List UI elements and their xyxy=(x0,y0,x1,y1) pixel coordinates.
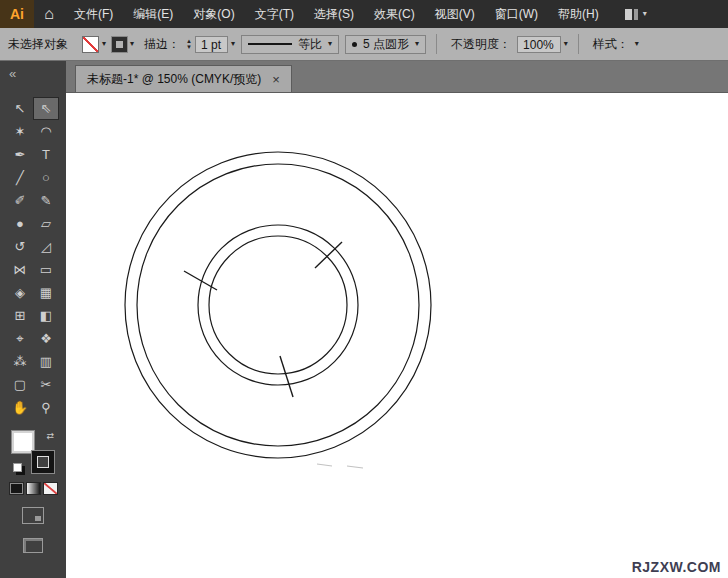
control-bar: 未选择对象 ▾ ▾ 描边： ▲ ▼ 1 pt ▾ 等比 ▾ 5 点圆形 ▾ xyxy=(0,28,728,61)
document-tab[interactable]: 未标题-1* @ 150% (CMYK/预览) × xyxy=(75,65,292,92)
eyedropper-tool[interactable]: ⌖ xyxy=(7,327,33,350)
perspective-grid-tool[interactable]: ▦ xyxy=(33,281,59,304)
screen-mode-button[interactable] xyxy=(23,538,43,553)
chevron-down-icon: ▾ xyxy=(643,10,647,18)
opacity-field[interactable]: 100% xyxy=(517,36,561,53)
stroke-label: 描边： xyxy=(144,36,180,53)
chevron-down-icon: ▾ xyxy=(328,40,332,48)
slice-tool[interactable]: ✂ xyxy=(33,373,59,396)
stroke-width-stepper[interactable]: ▲ ▼ xyxy=(186,39,192,50)
chevron-down-icon: ▾ xyxy=(564,40,568,48)
menu-type[interactable]: 文字(T) xyxy=(245,0,304,28)
artwork-svg xyxy=(66,93,728,578)
swap-colors-icon[interactable]: ⇄ xyxy=(46,432,54,441)
menu-view[interactable]: 视图(V) xyxy=(425,0,485,28)
collapse-panel-button[interactable]: « xyxy=(0,61,66,93)
artwork-faint-mark[interactable] xyxy=(347,466,363,468)
paintbrush-tool[interactable]: ✐ xyxy=(7,189,33,212)
brush-preview-icon xyxy=(352,42,357,47)
menu-help[interactable]: 帮助(H) xyxy=(548,0,609,28)
artwork-faint-mark[interactable] xyxy=(317,464,332,466)
artboard-tool[interactable]: ▢ xyxy=(7,373,33,396)
artwork-tick-mark[interactable] xyxy=(315,242,342,268)
line-segment-tool[interactable]: ╱ xyxy=(7,166,33,189)
scale-tool[interactable]: ◿ xyxy=(33,235,59,258)
workspace-icon xyxy=(625,9,638,20)
fill-none-swatch[interactable] xyxy=(82,36,99,53)
chevron-down-icon: ▾ xyxy=(635,40,639,48)
symbol-sprayer-tool[interactable]: ⁂ xyxy=(7,350,33,373)
ellipse-tool[interactable]: ○ xyxy=(33,166,59,189)
lasso-tool[interactable]: ◠ xyxy=(33,120,59,143)
menu-effect[interactable]: 效果(C) xyxy=(364,0,425,28)
stepper-up-icon[interactable]: ▲ xyxy=(186,39,192,44)
close-tab-icon[interactable]: × xyxy=(272,73,280,86)
fill-swatch[interactable] xyxy=(12,431,34,453)
fill-stroke-widget: ⇄ xyxy=(12,431,54,473)
illustrator-window: Ai ⌂ 文件(F) 编辑(E) 对象(O) 文字(T) 选择(S) 效果(C)… xyxy=(0,0,728,578)
stroke-profile-icon xyxy=(248,43,292,45)
drawing-modes-button[interactable] xyxy=(22,507,44,524)
fill-color-control[interactable]: ▾ xyxy=(82,36,106,53)
chevron-down-icon: ▾ xyxy=(415,40,419,48)
stroke-swatch[interactable] xyxy=(32,451,54,473)
hand-tool[interactable]: ✋ xyxy=(7,396,33,419)
brush-value: 5 点圆形 xyxy=(363,36,409,53)
width-profile-value: 等比 xyxy=(298,36,322,53)
opacity-label: 不透明度： xyxy=(451,36,511,53)
blend-tool[interactable]: ❖ xyxy=(33,327,59,350)
shape-builder-tool[interactable]: ◈ xyxy=(7,281,33,304)
magic-wand-tool[interactable]: ✶ xyxy=(7,120,33,143)
stroke-color-control[interactable]: ▾ xyxy=(112,37,134,52)
menu-file[interactable]: 文件(F) xyxy=(64,0,123,28)
tools-panel: « ↖⇖✶◠✒T╱○✐✎●▱↺◿⋈▭◈▦⊞◧⌖❖⁂▥▢✂✋⚲ ⇄ xyxy=(0,61,66,578)
pencil-tool[interactable]: ✎ xyxy=(33,189,59,212)
watermark: RJZXW.COM xyxy=(632,559,721,575)
menu-object[interactable]: 对象(O) xyxy=(183,0,244,28)
menubar: Ai ⌂ 文件(F) 编辑(E) 对象(O) 文字(T) 选择(S) 效果(C)… xyxy=(0,0,728,28)
opacity-control[interactable]: 100% ▾ xyxy=(517,36,568,53)
gradient-mode-button[interactable] xyxy=(26,482,41,495)
divider xyxy=(436,34,437,54)
color-mode-button[interactable] xyxy=(9,482,24,495)
document-tabstrip: 未标题-1* @ 150% (CMYK/预览) × xyxy=(66,61,728,93)
style-label: 样式： xyxy=(593,36,629,53)
chevron-down-icon: ▾ xyxy=(231,40,235,48)
width-tool[interactable]: ⋈ xyxy=(7,258,33,281)
direct-selection-tool[interactable]: ⇖ xyxy=(33,97,59,120)
artwork-circle[interactable] xyxy=(137,164,419,446)
brush-dropdown[interactable]: 5 点圆形 ▾ xyxy=(345,35,426,54)
stroke-color-swatch[interactable] xyxy=(112,37,127,52)
zoom-tool[interactable]: ⚲ xyxy=(33,396,59,419)
pen-tool[interactable]: ✒ xyxy=(7,143,33,166)
default-colors-icon[interactable] xyxy=(13,463,22,472)
chevron-down-icon: ▾ xyxy=(102,40,106,48)
width-profile-dropdown[interactable]: 等比 ▾ xyxy=(241,35,339,54)
chevron-down-icon: ▾ xyxy=(130,40,134,48)
type-tool[interactable]: T xyxy=(33,143,59,166)
free-transform-tool[interactable]: ▭ xyxy=(33,258,59,281)
paint-mode-row xyxy=(0,482,66,495)
selection-tool[interactable]: ↖ xyxy=(7,97,33,120)
selection-status: 未选择对象 xyxy=(8,36,68,53)
menu-select[interactable]: 选择(S) xyxy=(304,0,364,28)
blob-brush-tool[interactable]: ● xyxy=(7,212,33,235)
app-logo-icon[interactable]: Ai xyxy=(0,0,34,28)
divider xyxy=(578,34,579,54)
workspace-switcher[interactable]: ▾ xyxy=(625,9,647,20)
none-mode-button[interactable] xyxy=(43,482,58,495)
artwork-tick-mark[interactable] xyxy=(280,356,293,397)
stroke-width-field[interactable]: 1 pt xyxy=(195,36,228,53)
menu-edit[interactable]: 编辑(E) xyxy=(123,0,183,28)
gradient-tool[interactable]: ◧ xyxy=(33,304,59,327)
stepper-down-icon[interactable]: ▼ xyxy=(186,45,192,50)
canvas[interactable]: RJZXW.COM xyxy=(66,93,728,578)
home-icon[interactable]: ⌂ xyxy=(34,5,64,23)
menu-window[interactable]: 窗口(W) xyxy=(485,0,548,28)
eraser-tool[interactable]: ▱ xyxy=(33,212,59,235)
rotate-tool[interactable]: ↺ xyxy=(7,235,33,258)
column-graph-tool[interactable]: ▥ xyxy=(33,350,59,373)
artwork-circle[interactable] xyxy=(125,152,431,458)
stroke-width-control[interactable]: ▲ ▼ 1 pt ▾ xyxy=(186,36,235,53)
mesh-tool[interactable]: ⊞ xyxy=(7,304,33,327)
